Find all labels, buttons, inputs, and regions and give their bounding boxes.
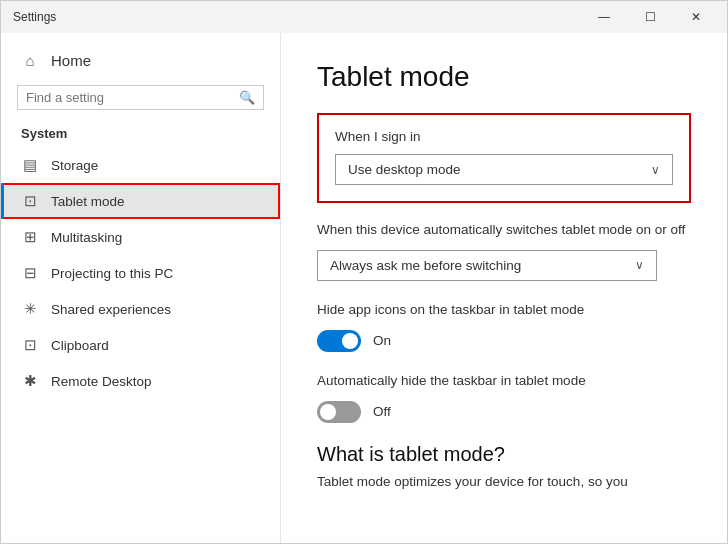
hide-icons-section: Hide app icons on the taskbar in tablet … (317, 301, 691, 352)
auto-switch-label: When this device automatically switches … (317, 221, 687, 240)
auto-hide-toggle-label: Off (373, 404, 391, 419)
sidebar-section-label: System (1, 122, 280, 147)
sidebar-item-label: Projecting to this PC (51, 266, 173, 281)
sidebar-item-clipboard[interactable]: ⊡ Clipboard (1, 327, 280, 363)
sidebar-item-label: Shared experiences (51, 302, 171, 317)
window-title: Settings (13, 10, 56, 24)
hide-icons-label: Hide app icons on the taskbar in tablet … (317, 301, 687, 320)
minimize-button[interactable]: — (581, 1, 627, 33)
page-title: Tablet mode (317, 61, 691, 93)
what-is-desc: Tablet mode optimizes your device for to… (317, 472, 691, 492)
sidebar-item-tablet-mode[interactable]: ⊡ Tablet mode (1, 183, 280, 219)
search-icon: 🔍 (239, 90, 255, 105)
sidebar-item-label: Remote Desktop (51, 374, 152, 389)
sign-in-label: When I sign in (335, 129, 673, 144)
shared-experiences-icon: ✳ (21, 300, 39, 318)
hide-icons-toggle-row: On (317, 330, 691, 352)
auto-switch-section: When this device automatically switches … (317, 221, 691, 281)
chevron-down-icon: ∨ (635, 258, 644, 272)
sidebar-item-label: Clipboard (51, 338, 109, 353)
what-is-title: What is tablet mode? (317, 443, 691, 466)
sidebar-item-label: Multitasking (51, 230, 122, 245)
clipboard-icon: ⊡ (21, 336, 39, 354)
tablet-mode-icon: ⊡ (21, 192, 39, 210)
home-label: Home (51, 52, 91, 69)
auto-switch-dropdown-value: Always ask me before switching (330, 258, 521, 273)
sidebar-item-label: Storage (51, 158, 98, 173)
sidebar-item-remote-desktop[interactable]: ✱ Remote Desktop (1, 363, 280, 399)
sidebar-item-storage[interactable]: ▤ Storage (1, 147, 280, 183)
sidebar-item-multitasking[interactable]: ⊞ Multitasking (1, 219, 280, 255)
window-controls: — ☐ ✕ (581, 1, 719, 33)
sidebar: ⌂ Home 🔍 System ▤ Storage ⊡ Tablet mode … (1, 33, 281, 543)
sign-in-dropdown[interactable]: Use desktop mode ∨ (335, 154, 673, 185)
close-button[interactable]: ✕ (673, 1, 719, 33)
projecting-icon: ⊟ (21, 264, 39, 282)
sidebar-item-projecting[interactable]: ⊟ Projecting to this PC (1, 255, 280, 291)
sidebar-item-shared-experiences[interactable]: ✳ Shared experiences (1, 291, 280, 327)
titlebar: Settings — ☐ ✕ (1, 1, 727, 33)
auto-switch-dropdown[interactable]: Always ask me before switching ∨ (317, 250, 657, 281)
hide-icons-toggle-label: On (373, 333, 391, 348)
toggle-thumb (342, 333, 358, 349)
multitasking-icon: ⊞ (21, 228, 39, 246)
main-content: Tablet mode When I sign in Use desktop m… (281, 33, 727, 543)
auto-hide-toggle-row: Off (317, 401, 691, 423)
sidebar-item-label: Tablet mode (51, 194, 125, 209)
chevron-down-icon: ∨ (651, 163, 660, 177)
auto-hide-label: Automatically hide the taskbar in tablet… (317, 372, 687, 391)
what-is-section: What is tablet mode? Tablet mode optimiz… (317, 443, 691, 492)
home-icon: ⌂ (21, 51, 39, 69)
sidebar-item-home[interactable]: ⌂ Home (1, 41, 280, 79)
sign-in-section: When I sign in Use desktop mode ∨ (317, 113, 691, 203)
content-area: ⌂ Home 🔍 System ▤ Storage ⊡ Tablet mode … (1, 33, 727, 543)
storage-icon: ▤ (21, 156, 39, 174)
search-box[interactable]: 🔍 (17, 85, 264, 110)
toggle-thumb (320, 404, 336, 420)
search-input[interactable] (26, 90, 239, 105)
maximize-button[interactable]: ☐ (627, 1, 673, 33)
settings-window: Settings — ☐ ✕ ⌂ Home 🔍 System ▤ Storage (0, 0, 728, 544)
remote-desktop-icon: ✱ (21, 372, 39, 390)
sign-in-dropdown-value: Use desktop mode (348, 162, 461, 177)
auto-hide-section: Automatically hide the taskbar in tablet… (317, 372, 691, 423)
hide-icons-toggle[interactable] (317, 330, 361, 352)
auto-hide-toggle[interactable] (317, 401, 361, 423)
